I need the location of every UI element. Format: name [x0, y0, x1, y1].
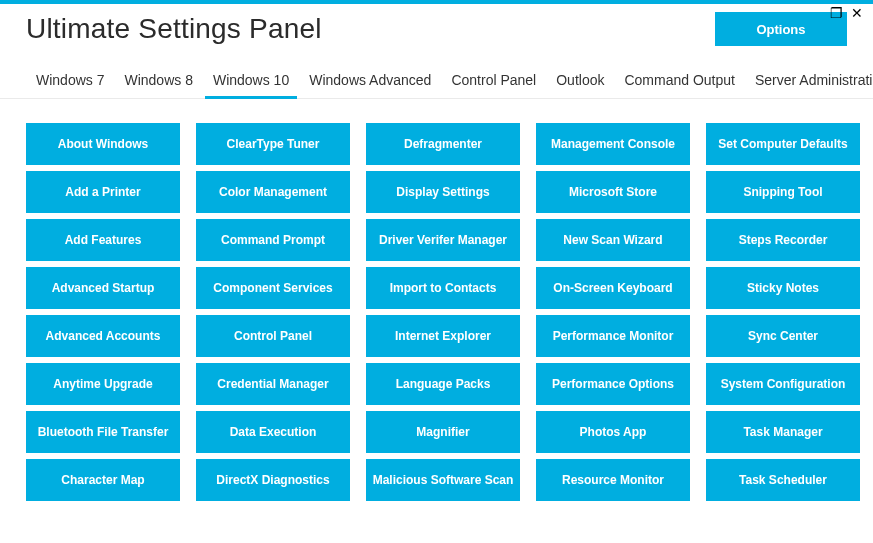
tile-internet-explorer[interactable]: Internet Explorer: [366, 315, 520, 357]
tab-bar: Windows 7Windows 8Windows 10Windows Adva…: [0, 46, 873, 99]
tab-windows-10[interactable]: Windows 10: [203, 72, 299, 98]
header: Ultimate Settings Panel Options: [0, 4, 873, 46]
tile-driver-verifer-manager[interactable]: Driver Verifer Manager: [366, 219, 520, 261]
tile-task-scheduler[interactable]: Task Scheduler: [706, 459, 860, 501]
tile-system-configuration[interactable]: System Configuration: [706, 363, 860, 405]
tile-microsoft-store[interactable]: Microsoft Store: [536, 171, 690, 213]
tile-component-services[interactable]: Component Services: [196, 267, 350, 309]
tile-language-packs[interactable]: Language Packs: [366, 363, 520, 405]
tile-control-panel[interactable]: Control Panel: [196, 315, 350, 357]
tab-command-output[interactable]: Command Output: [614, 72, 745, 98]
tile-performance-monitor[interactable]: Performance Monitor: [536, 315, 690, 357]
tile-advanced-startup[interactable]: Advanced Startup: [26, 267, 180, 309]
tile-anytime-upgrade[interactable]: Anytime Upgrade: [26, 363, 180, 405]
maximize-icon[interactable]: ❐: [830, 6, 843, 20]
tile-about-windows[interactable]: About Windows: [26, 123, 180, 165]
tab-server-administration[interactable]: Server Administration: [745, 72, 873, 98]
tile-set-computer-defaults[interactable]: Set Computer Defaults: [706, 123, 860, 165]
tile-performance-options[interactable]: Performance Options: [536, 363, 690, 405]
window-controls: ❐ ✕: [830, 6, 863, 20]
tab-windows-advanced[interactable]: Windows Advanced: [299, 72, 441, 98]
tile-command-prompt[interactable]: Command Prompt: [196, 219, 350, 261]
content-area: About WindowsClearType TunerDefragmenter…: [0, 99, 873, 538]
tile-on-screen-keyboard[interactable]: On-Screen Keyboard: [536, 267, 690, 309]
tile-credential-manager[interactable]: Credential Manager: [196, 363, 350, 405]
tile-resource-monitor[interactable]: Resource Monitor: [536, 459, 690, 501]
tile-grid: About WindowsClearType TunerDefragmenter…: [26, 123, 847, 501]
tile-color-management[interactable]: Color Management: [196, 171, 350, 213]
tile-character-map[interactable]: Character Map: [26, 459, 180, 501]
tile-photos-app[interactable]: Photos App: [536, 411, 690, 453]
app-title: Ultimate Settings Panel: [26, 13, 322, 45]
tile-advanced-accounts[interactable]: Advanced Accounts: [26, 315, 180, 357]
tile-defragmenter[interactable]: Defragmenter: [366, 123, 520, 165]
tile-sticky-notes[interactable]: Sticky Notes: [706, 267, 860, 309]
tile-data-execution[interactable]: Data Execution: [196, 411, 350, 453]
tile-management-console[interactable]: Management Console: [536, 123, 690, 165]
tile-bluetooth-file-transfer[interactable]: Bluetooth File Transfer: [26, 411, 180, 453]
tab-windows-8[interactable]: Windows 8: [114, 72, 202, 98]
tile-steps-recorder[interactable]: Steps Recorder: [706, 219, 860, 261]
tile-add-a-printer[interactable]: Add a Printer: [26, 171, 180, 213]
close-icon[interactable]: ✕: [851, 6, 863, 20]
tile-import-to-contacts[interactable]: Import to Contacts: [366, 267, 520, 309]
tile-magnifier[interactable]: Magnifier: [366, 411, 520, 453]
tile-directx-diagnostics[interactable]: DirectX Diagnostics: [196, 459, 350, 501]
tile-sync-center[interactable]: Sync Center: [706, 315, 860, 357]
tile-new-scan-wizard[interactable]: New Scan Wizard: [536, 219, 690, 261]
tile-add-features[interactable]: Add Features: [26, 219, 180, 261]
tile-snipping-tool[interactable]: Snipping Tool: [706, 171, 860, 213]
tile-task-manager[interactable]: Task Manager: [706, 411, 860, 453]
tile-display-settings[interactable]: Display Settings: [366, 171, 520, 213]
tile-malicious-software-scan[interactable]: Malicious Software Scan: [366, 459, 520, 501]
tab-control-panel[interactable]: Control Panel: [441, 72, 546, 98]
tab-outlook[interactable]: Outlook: [546, 72, 614, 98]
tab-windows-7[interactable]: Windows 7: [26, 72, 114, 98]
tile-cleartype-tuner[interactable]: ClearType Tuner: [196, 123, 350, 165]
options-button[interactable]: Options: [715, 12, 847, 46]
